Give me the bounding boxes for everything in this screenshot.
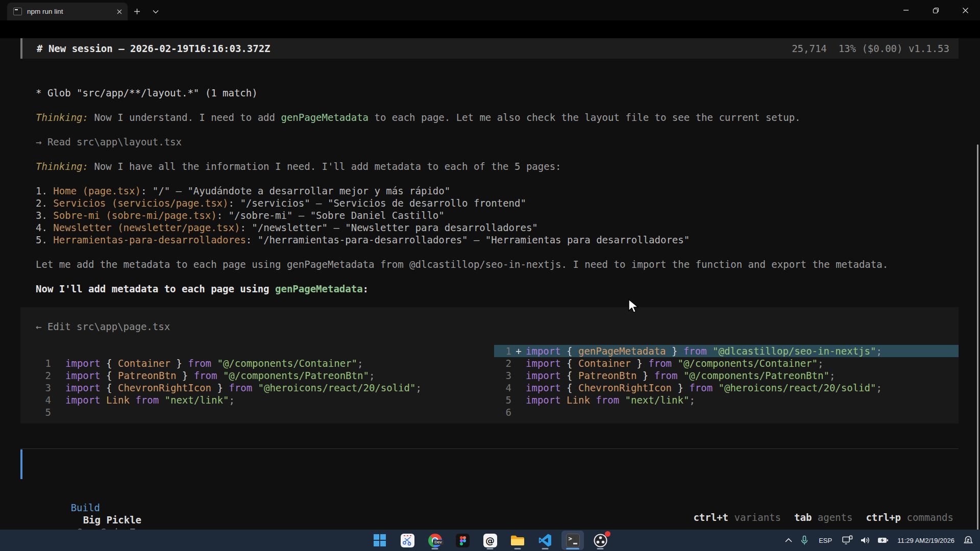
diff-line: 3import { ChevronRightIcon } from "@hero… — [20, 382, 490, 394]
agent-mode-label: Build — [71, 502, 100, 513]
diff-line: 2import { Container } from "@/components… — [494, 357, 959, 369]
diff-line: 2import { PatreonBtn } from "@/component… — [20, 369, 490, 382]
close-window-button[interactable] — [950, 0, 980, 20]
transcript-block: Thinking: Now I understand. I need to ad… — [36, 111, 959, 123]
diff-line: 4import Link from "next/link"; — [20, 394, 490, 406]
diff-new: 1+import { genPageMetadata } from "@dlca… — [494, 345, 959, 418]
at-app-icon: @ — [483, 534, 497, 547]
window-controls — [891, 0, 980, 20]
model-name-label: Big Pickle — [83, 514, 141, 525]
edit-file-header: ← Edit src\app\page.tsx — [20, 320, 959, 333]
obs-studio-button[interactable] — [589, 531, 611, 550]
transcript-line: → Read src\app\layout.tsx — [36, 136, 959, 148]
diff-line: 4import { ChevronRightIcon } from "@hero… — [494, 382, 959, 394]
taskbar: Dev @ — [0, 530, 980, 551]
diff-line — [20, 345, 490, 357]
transcript-line: 1. Home (page.tsx): "/" — "Ayudándote a … — [36, 185, 959, 197]
diff-line: 5 — [20, 406, 490, 418]
snipping-tool-button[interactable] — [396, 531, 419, 550]
file-explorer-icon — [510, 534, 525, 546]
notification-bell-icon[interactable] — [960, 531, 977, 550]
taskbar-icons: Dev @ — [369, 530, 611, 551]
transcript-line: 4. Newsletter (newsletter/page.tsx): "/n… — [36, 221, 959, 234]
windows-terminal-icon: > — [566, 534, 580, 547]
hints: ctrl+t variantstab agentsctrl+p commands — [20, 511, 959, 523]
diff-added-line: 1+import { genPageMetadata } from "@dlca… — [494, 345, 959, 357]
vscode-button[interactable] — [534, 531, 556, 550]
at-app-button[interactable]: @ — [479, 531, 501, 550]
cmd-terminal-icon — [13, 8, 22, 15]
diff-line: 1import { Container } from "@/components… — [20, 357, 490, 369]
windows-logo-icon — [373, 534, 386, 547]
transcript-block: 1. Home (page.tsx): "/" — "Ayudándote a … — [36, 185, 959, 246]
mouse-cursor — [627, 299, 639, 316]
transcript-block: Now I'll add metadata to each page using… — [36, 283, 959, 295]
transcript-block: → Read src\app\layout.tsx — [36, 136, 959, 148]
chrome-dev-icon: Dev — [428, 534, 442, 547]
diff-old: 1import { Container } from "@/components… — [20, 345, 490, 418]
snipping-tool-icon — [401, 534, 414, 547]
chrome-dev-badge: Dev — [433, 540, 443, 545]
scrollbar[interactable] — [977, 144, 978, 545]
tab-title: npm run lint — [27, 8, 111, 15]
file-explorer-button[interactable] — [506, 531, 529, 550]
minimize-button[interactable] — [891, 0, 921, 20]
new-tab-button[interactable] — [128, 3, 146, 20]
status-line: Build Big Pickle OpenCode Zen — [20, 489, 959, 502]
transcript-block: Let me add the metadata to each page usi… — [36, 258, 959, 270]
session-stats: 25,714 13% ($0.00) v1.1.53 — [792, 42, 949, 55]
recording-indicator-dot — [605, 531, 610, 537]
system-tray: ESP — [781, 530, 977, 551]
transcript-line: 5. Herramientas-para-desarrolladores: "/… — [36, 234, 959, 246]
microphone-icon[interactable] — [796, 531, 813, 550]
tray-chevron-up-icon[interactable] — [781, 531, 796, 550]
terminal-content: # New session — 2026-02-19T16:16:03.372Z… — [0, 38, 980, 547]
chrome-dev-button[interactable]: Dev — [424, 531, 446, 550]
transcript-line: 3. Sobre-mi (sobre-mi/page.tsx): "/sobre… — [36, 209, 959, 221]
tray-time: 11:29 AM — [897, 537, 925, 544]
battery-charging-icon[interactable] — [874, 531, 892, 550]
transcript-line: Let me add the metadata to each page usi… — [36, 258, 959, 270]
session-title: # New session — 2026-02-19T16:16:03.372Z — [37, 42, 271, 55]
transcript-line: Thinking: Now I understand. I need to ad… — [36, 111, 959, 123]
diff-view: 1import { Container } from "@/components… — [20, 345, 959, 418]
speaker-icon[interactable] — [856, 531, 874, 550]
keyboard-hint: ctrl+t variants — [693, 512, 781, 523]
edit-diff-panel: ← Edit src\app\page.tsx 1import { Contai… — [20, 307, 959, 423]
tray-date: 2/19/2026 — [925, 537, 954, 544]
clock[interactable]: 11:29 AM 2/19/2026 — [892, 531, 960, 550]
diff-line: 3import { PatreonBtn } from "@/component… — [494, 369, 959, 382]
transcript-line: Now I'll add metadata to each page using… — [36, 283, 959, 295]
transcript: * Glob "src/app/**/layout.*" (1 match)Th… — [20, 87, 959, 295]
terminal-tab[interactable]: npm run lint — [7, 3, 128, 20]
start-button[interactable] — [369, 531, 391, 550]
network-icon[interactable] — [838, 531, 856, 550]
titlebar: npm run lint — [0, 0, 980, 20]
tab-close-icon[interactable] — [116, 9, 122, 15]
transcript-line: Thinking: Now I have all the information… — [36, 160, 959, 172]
transcript-line: 2. Servicios (servicios/page.tsx): "/ser… — [36, 197, 959, 209]
transcript-block: * Glob "src/app/**/layout.*" (1 match) — [36, 87, 959, 99]
restore-button[interactable] — [921, 0, 950, 20]
prompt-input[interactable] — [20, 448, 959, 480]
windows-terminal-button[interactable]: > — [561, 531, 584, 550]
transcript-line: * Glob "src/app/**/layout.*" (1 match) — [36, 87, 959, 99]
figma-button[interactable] — [451, 531, 474, 550]
keyboard-hint: ctrl+p commands — [866, 512, 953, 523]
language-indicator[interactable]: ESP — [813, 531, 838, 550]
keyboard-hint: tab agents — [794, 512, 852, 523]
diff-line: 6 — [494, 406, 959, 418]
figma-icon — [456, 534, 470, 547]
session-header: # New session — 2026-02-19T16:16:03.372Z… — [20, 38, 959, 59]
tab-dropdown-icon[interactable] — [146, 3, 165, 20]
vscode-icon — [538, 534, 552, 547]
diff-line: 5import Link from "next/link"; — [494, 394, 959, 406]
transcript-block: Thinking: Now I have all the information… — [36, 160, 959, 172]
screen: npm run lint — [0, 0, 980, 551]
